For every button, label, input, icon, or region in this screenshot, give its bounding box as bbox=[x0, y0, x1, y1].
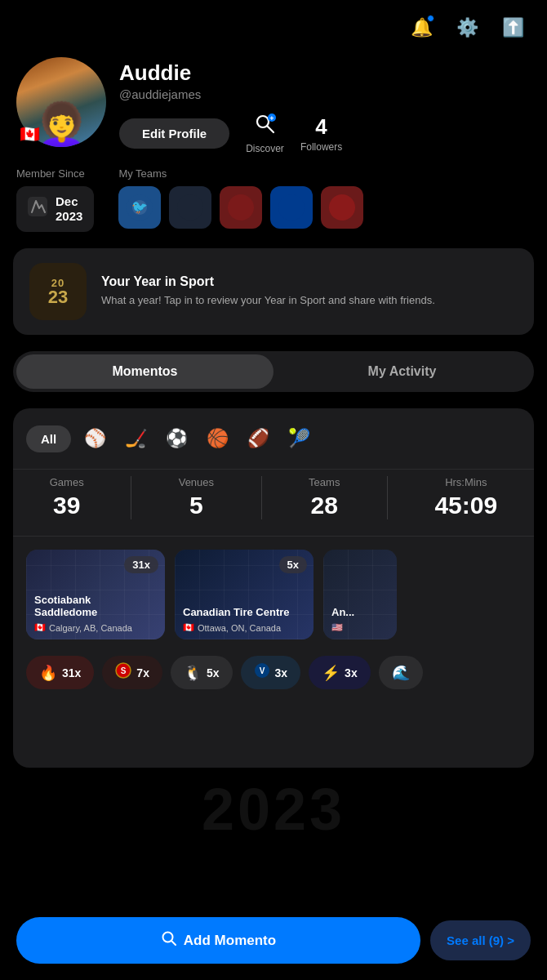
settings-icon[interactable]: ⚙️ bbox=[452, 13, 482, 42]
filter-football[interactable]: 🏈 bbox=[241, 421, 275, 456]
followers-label: Followers bbox=[300, 141, 342, 153]
stats-row: Games 39 Venues 5 Teams 28 Hrs:Mins 45:0… bbox=[13, 469, 534, 537]
stat-games-label: Games bbox=[50, 476, 84, 488]
year-info: Your Year in Sport What a year! Tap in t… bbox=[101, 274, 435, 308]
add-momento-button[interactable]: Add Momento bbox=[16, 917, 420, 964]
svg-point-7 bbox=[177, 194, 203, 220]
notification-icon[interactable]: 🔔 bbox=[407, 13, 436, 42]
canucks-count: 3x bbox=[275, 666, 288, 679]
stat-divider-3 bbox=[387, 476, 388, 519]
filter-baseball[interactable]: ⚾ bbox=[78, 421, 112, 456]
venue-location-partial: 🇺🇸 bbox=[331, 622, 389, 633]
year-in-sport-banner[interactable]: 20 23 Your Year in Sport What a year! Ta… bbox=[13, 248, 534, 335]
venue-card-canadian-tire[interactable]: 5x Canadian Tire Centre 🇨🇦 Ottawa, ON, C… bbox=[175, 550, 314, 639]
canucks-logo: V bbox=[254, 662, 270, 683]
svg-rect-4 bbox=[28, 197, 47, 216]
member-since-section: Member Since Dec 2023 bbox=[16, 167, 94, 232]
team-chip-other[interactable]: 🌊 bbox=[379, 656, 423, 689]
bottom-bar: Add Momento See all (9) > bbox=[0, 907, 547, 980]
member-since-label: Member Since bbox=[16, 167, 94, 180]
profile-handle: @auddiejames bbox=[119, 87, 531, 101]
venue-name-saddledome: Scotiabank Saddledome bbox=[34, 594, 157, 619]
svg-point-13 bbox=[329, 194, 355, 220]
team-icon-raptors[interactable]: 🦖 bbox=[321, 186, 363, 229]
stat-games-value: 39 bbox=[50, 492, 84, 519]
filter-soccer[interactable]: ⚽ bbox=[159, 421, 193, 456]
profile-info: Auddie @auddiejames Edit Profile + Disco… bbox=[119, 57, 531, 154]
venues-row: 31x Scotiabank Saddledome 🇨🇦 Calgary, AB… bbox=[13, 550, 534, 653]
stat-games: Games 39 bbox=[50, 476, 84, 519]
filter-hockey[interactable]: 🏒 bbox=[118, 421, 153, 456]
venue-info-partial: An... 🇺🇸 bbox=[323, 599, 397, 639]
avatar-container: 🇨🇦 bbox=[16, 57, 106, 147]
svg-text:V: V bbox=[259, 666, 265, 675]
filter-all[interactable]: All bbox=[26, 425, 71, 452]
lightning-logo: ⚡ bbox=[322, 664, 340, 682]
team-icon-flames[interactable]: 🔥 bbox=[220, 186, 262, 229]
senators-logo: S bbox=[115, 662, 131, 683]
venue-name-canadian-tire: Canadian Tire Centre bbox=[183, 606, 305, 619]
other-logo: 🌊 bbox=[392, 664, 410, 682]
filter-basketball[interactable]: 🏀 bbox=[200, 421, 234, 456]
team-icon-colts[interactable]: 🏇 bbox=[270, 186, 313, 229]
share-icon[interactable]: ⬆️ bbox=[498, 13, 527, 42]
penguins-logo: 🐧 bbox=[184, 664, 202, 682]
svg-point-9 bbox=[228, 194, 254, 220]
team-icon-blue-jays[interactable]: 🐦 bbox=[118, 186, 161, 229]
stat-divider-2 bbox=[261, 476, 262, 519]
my-teams-label: My Teams bbox=[118, 167, 363, 180]
stat-hrs-mins-label: Hrs:Mins bbox=[434, 476, 497, 488]
profile-section: 🇨🇦 Auddie @auddiejames Edit Profile + Di… bbox=[0, 49, 547, 167]
see-all-button[interactable]: See all (9) > bbox=[430, 920, 531, 960]
venue-card-partial[interactable]: An... 🇺🇸 bbox=[323, 550, 397, 639]
svg-line-20 bbox=[171, 941, 176, 945]
venue-count-saddledome: 31x bbox=[124, 556, 158, 573]
profile-actions: Edit Profile + Discover 4 Followers bbox=[119, 113, 531, 154]
followers-button[interactable]: 4 Followers bbox=[300, 114, 342, 153]
top-bar: 🔔 ⚙️ ⬆️ bbox=[0, 0, 547, 49]
discover-button[interactable]: + Discover bbox=[246, 113, 284, 154]
my-teams-section: My Teams 🐦 🐧 🔥 bbox=[118, 167, 363, 229]
team-chip-canucks[interactable]: V 3x bbox=[241, 656, 301, 689]
team-icon-penguins[interactable]: 🐧 bbox=[169, 186, 211, 229]
stat-teams-label: Teams bbox=[309, 476, 340, 488]
stat-hrs-mins-value: 45:09 bbox=[434, 492, 497, 519]
team-chip-senators[interactable]: S 7x bbox=[102, 656, 162, 689]
year-watermark: 2023 bbox=[0, 768, 547, 900]
discover-icon: + bbox=[254, 113, 277, 140]
year-badge: 20 23 bbox=[29, 263, 87, 320]
stat-divider-1 bbox=[131, 476, 131, 519]
svg-line-1 bbox=[267, 127, 274, 133]
discover-label: Discover bbox=[246, 143, 284, 154]
filter-tennis[interactable]: 🎾 bbox=[282, 421, 316, 456]
senators-count: 7x bbox=[136, 666, 149, 679]
svg-text:S: S bbox=[121, 666, 127, 675]
content-area: All ⚾ 🏒 ⚽ 🏀 🏈 🎾 Games 39 Venues 5 Teams … bbox=[13, 408, 534, 768]
edit-profile-button[interactable]: Edit Profile bbox=[119, 118, 229, 149]
svg-text:🐦: 🐦 bbox=[131, 199, 148, 215]
tab-momentos[interactable]: Momentos bbox=[16, 354, 274, 389]
stat-teams-value: 28 bbox=[309, 492, 340, 519]
notification-dot bbox=[427, 15, 434, 22]
team-chip-lightning[interactable]: ⚡ 3x bbox=[309, 656, 371, 689]
venue-card-saddledome[interactable]: 31x Scotiabank Saddledome 🇨🇦 Calgary, AB… bbox=[26, 550, 165, 639]
stat-hrs-mins: Hrs:Mins 45:09 bbox=[434, 476, 497, 519]
team-chip-flames[interactable]: 🔥 31x bbox=[26, 656, 94, 689]
tab-my-activity[interactable]: My Activity bbox=[274, 354, 531, 389]
flames-count: 31x bbox=[62, 666, 81, 679]
venue-location-canadian-tire: 🇨🇦 Ottawa, ON, Canada bbox=[183, 622, 305, 633]
stat-venues-value: 5 bbox=[179, 492, 214, 519]
sport-filter-row: All ⚾ 🏒 ⚽ 🏀 🏈 🎾 bbox=[13, 421, 534, 469]
penguins-count: 5x bbox=[207, 666, 220, 679]
stat-teams: Teams 28 bbox=[309, 476, 340, 519]
team-chips-row: 🔥 31x S 7x 🐧 5x V 3x bbox=[13, 653, 534, 702]
followers-count: 4 bbox=[315, 114, 327, 140]
venue-info-saddledome: Scotiabank Saddledome 🇨🇦 Calgary, AB, Ca… bbox=[26, 587, 165, 639]
profile-name: Auddie bbox=[119, 60, 531, 86]
lightning-count: 3x bbox=[345, 666, 358, 679]
venue-name-partial: An... bbox=[331, 606, 389, 619]
member-since-badge: Dec 2023 bbox=[16, 186, 94, 232]
stat-venues-label: Venues bbox=[179, 476, 214, 488]
team-chip-penguins[interactable]: 🐧 5x bbox=[171, 656, 233, 689]
year-badge-line2: 23 bbox=[48, 288, 68, 306]
